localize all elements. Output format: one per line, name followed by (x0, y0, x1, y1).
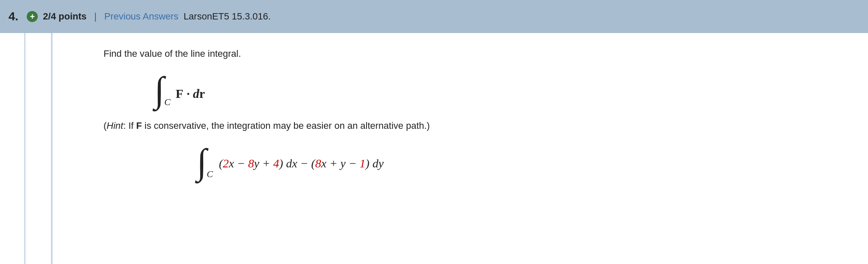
integral-expression-1: F · dr (176, 86, 205, 106)
integral-subscript-2: C (207, 169, 213, 180)
first-integral: ∫ C F · dr (154, 73, 851, 106)
previous-answers-link[interactable]: Previous Answers (104, 11, 179, 22)
integral-symbol-1: ∫ (154, 73, 164, 106)
integral-expression-2: (2x − 8y + 4) dx − (8x + y − 1) dy (219, 155, 384, 178)
coeff-8x: 8 (315, 157, 321, 170)
coeff-8y: 8 (248, 157, 254, 170)
divider: | (94, 11, 97, 22)
coeff-2x: 2 (223, 157, 229, 170)
integral-subscript-1: C (164, 97, 171, 108)
coeff-4: 4 (273, 157, 279, 170)
content-area: Find the value of the line integral. ∫ C… (51, 33, 868, 264)
coeff-1: 1 (360, 157, 366, 170)
expand-icon[interactable]: + (27, 11, 38, 22)
hint-text: (Hint: If F is conservative, the integra… (104, 119, 851, 133)
points-label: 2/4 points (43, 11, 87, 22)
second-integral: ∫ C (2x − 8y + 4) dx − (8x + y − 1) dy (197, 145, 851, 178)
question-number: 4. (8, 10, 18, 23)
question-header: 4. + 2/4 points | Previous Answers Larso… (0, 0, 868, 33)
reference-label: LarsonET5 15.3.016. (184, 11, 271, 22)
integral-symbol-2: ∫ (197, 145, 207, 178)
instruction-text: Find the value of the line integral. (104, 47, 851, 61)
